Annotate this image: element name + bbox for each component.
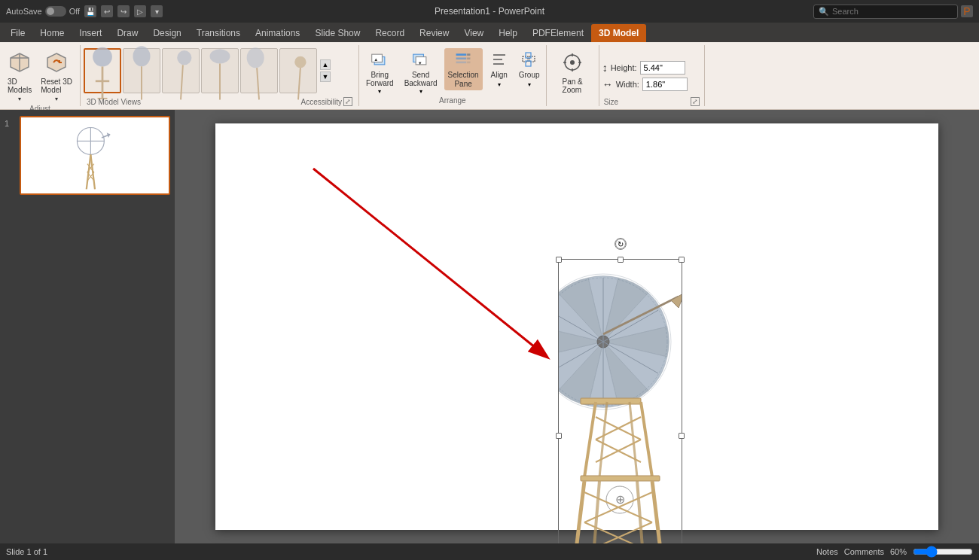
main-area: 1 [0, 110, 979, 543]
group-group: Group ▾ [516, 48, 543, 88]
svg-rect-27 [467, 53, 470, 56]
expand-icon: ⤢ [343, 97, 352, 106]
tab-home[interactable]: Home [32, 24, 72, 42]
model-view-2[interactable] [123, 48, 160, 93]
tab-3dmodel[interactable]: 3D Model [591, 24, 646, 42]
tab-review[interactable]: Review [412, 24, 456, 42]
slide-thumbnail-1[interactable] [20, 116, 170, 195]
tab-help[interactable]: Help [491, 24, 525, 42]
selection-pane-label: Selection [448, 71, 479, 79]
align-label: Align [491, 71, 508, 79]
bring-forward-dropdown[interactable]: ▾ [378, 88, 381, 95]
svg-line-81 [573, 481, 584, 543]
redo-button[interactable]: ↪ [117, 5, 130, 17]
width-input[interactable] [642, 78, 688, 91]
reset-3d-label: Reset 3DModel [41, 78, 72, 94]
save-button[interactable]: 💾 [84, 5, 96, 17]
svg-rect-29 [467, 62, 470, 64]
svg-rect-25 [456, 57, 467, 59]
svg-text:▼: ▼ [417, 61, 422, 65]
3d-models-button[interactable]: 3DModels ▾ [3, 48, 36, 105]
title-bar-left: AutoSave Off 💾 ↩ ↪ ▷ ▾ [6, 5, 163, 17]
group-dropdown[interactable]: ▾ [528, 81, 531, 88]
svg-line-82 [652, 481, 663, 543]
svg-rect-26 [456, 62, 467, 64]
reset-3d-button[interactable]: Reset 3DModel ▾ [36, 48, 77, 105]
tab-draw[interactable]: Draw [109, 24, 145, 42]
svg-point-8 [133, 46, 150, 66]
cube-icon [8, 50, 32, 76]
tab-pdfelement[interactable]: PDFElement [525, 24, 591, 42]
tab-insert[interactable]: Insert [72, 24, 109, 42]
autosave-label: AutoSave [6, 7, 42, 16]
comments-button[interactable]: Comments [844, 547, 884, 556]
align-dropdown[interactable]: ▾ [498, 81, 501, 88]
height-input[interactable] [640, 61, 685, 75]
model-view-3[interactable] [162, 48, 200, 93]
notes-button[interactable]: Notes [816, 547, 838, 556]
present-button[interactable]: ▷ [134, 5, 146, 17]
model-view-5[interactable] [240, 48, 278, 93]
align-icon [490, 50, 508, 70]
zoom-slider[interactable] [913, 546, 973, 558]
svg-text:⊕: ⊕ [615, 493, 625, 506]
bring-forward-button[interactable]: ▲ Bring Forward [362, 48, 398, 90]
reset-icon [44, 50, 69, 76]
align-button[interactable]: Align [486, 48, 513, 81]
bring-forward-label: Bring [371, 71, 389, 79]
tab-slideshow[interactable]: Slide Show [307, 24, 368, 42]
windmill-3d-model[interactable]: ↻ [558, 259, 682, 543]
status-right: Notes Comments 60% [816, 546, 973, 558]
autosave-toggle[interactable] [45, 6, 66, 17]
svg-rect-78 [581, 476, 660, 481]
svg-line-57 [313, 169, 547, 357]
size-group-content: ↕ Height: ↔ Width: [602, 48, 701, 97]
svg-line-72 [599, 402, 607, 477]
tab-animations[interactable]: Animations [248, 24, 307, 42]
send-backward-label2: Backward [404, 79, 438, 87]
svg-point-4 [93, 47, 112, 67]
group-button[interactable]: Group [516, 48, 543, 81]
svg-rect-24 [456, 53, 467, 56]
slide-canvas[interactable]: ↻ [215, 123, 938, 530]
svg-line-50 [87, 154, 91, 189]
height-row: ↕ Height: [602, 61, 685, 75]
svg-text:▲: ▲ [374, 57, 379, 62]
size-expand-icon[interactable]: ⤢ [691, 97, 700, 106]
model-view-1[interactable] [84, 48, 121, 93]
selection-pane-label2: Pane [454, 80, 471, 88]
undo-button[interactable]: ↩ [101, 5, 113, 17]
model-view-6[interactable] [279, 48, 317, 93]
rotate-handle[interactable]: ↻ [615, 238, 627, 250]
tab-view[interactable]: View [456, 24, 491, 42]
scroll-up-arrow[interactable]: ▲ [320, 59, 331, 70]
tab-file[interactable]: File [3, 24, 32, 42]
tab-transitions[interactable]: Transitions [189, 24, 248, 42]
arrange-group-label: Arrange [362, 96, 543, 106]
ppt-icon: P [961, 5, 973, 17]
slide-info: Slide 1 of 1 [6, 547, 47, 556]
tab-design[interactable]: Design [145, 24, 188, 42]
canvas-area[interactable]: ↻ [175, 110, 979, 543]
accessibility-label: Accessibility [300, 98, 341, 106]
svg-line-71 [641, 402, 652, 477]
bring-forward-group: ▲ Bring Forward ▾ [362, 48, 398, 95]
selection-pane-button[interactable]: Selection Pane [444, 48, 483, 90]
status-bar: Slide 1 of 1 Notes Comments 60% [0, 543, 979, 560]
model-view-4[interactable] [201, 48, 239, 93]
more-options-button[interactable]: ▾ [151, 5, 163, 17]
scroll-down-arrow[interactable]: ▼ [320, 72, 331, 82]
send-backward-dropdown[interactable]: ▾ [419, 88, 422, 95]
slide-1-wrapper: 1 [5, 116, 170, 195]
search-input[interactable] [832, 7, 953, 16]
bring-forward-icon: ▲ [371, 50, 389, 70]
model-views-scroll: ▲ ▼ [320, 59, 331, 82]
search-box[interactable]: 🔍 [813, 5, 958, 19]
pan-zoom-content: Pan &Zoom [550, 48, 596, 105]
pan-zoom-button[interactable]: Pan &Zoom [556, 48, 589, 96]
ribbon-tabs: File Home Insert Draw Design Transitions… [0, 23, 979, 42]
svg-point-12 [209, 49, 230, 63]
tab-record[interactable]: Record [368, 24, 412, 42]
size-group-label: Size ⤢ [602, 97, 701, 106]
send-backward-button[interactable]: ▼ Send Backward [401, 48, 441, 90]
